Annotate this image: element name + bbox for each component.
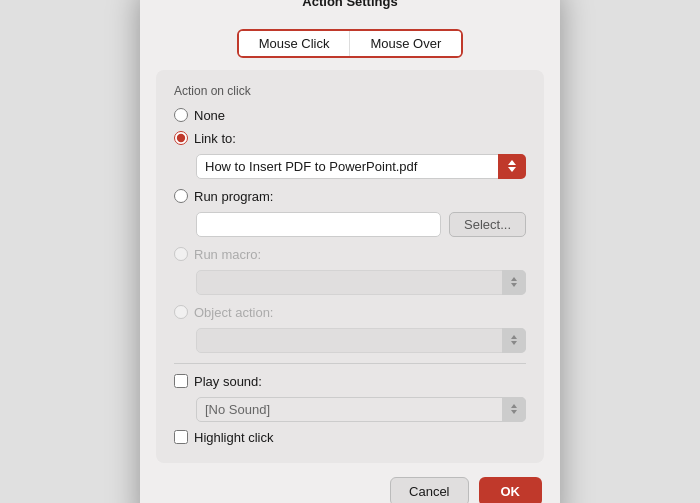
ok-button[interactable]: OK <box>479 477 543 504</box>
sound-dropdown[interactable]: [No Sound] <box>196 397 526 422</box>
object-action-dropdown-wrapper <box>196 328 526 353</box>
highlight-click-row: Highlight click <box>174 430 526 445</box>
run-program-label[interactable]: Run program: <box>194 189 273 204</box>
play-sound-label[interactable]: Play sound: <box>194 374 262 389</box>
play-sound-checkbox[interactable] <box>174 374 188 388</box>
run-macro-row: Run macro: <box>174 247 526 262</box>
run-macro-dropdown-row <box>196 270 526 295</box>
highlight-click-label[interactable]: Highlight click <box>194 430 273 445</box>
bottom-buttons: Cancel OK <box>140 463 560 504</box>
play-sound-row: Play sound: <box>174 374 526 389</box>
select-button[interactable]: Select... <box>449 212 526 237</box>
tabs-container: Mouse Click Mouse Over <box>237 29 464 58</box>
none-radio[interactable] <box>174 108 188 122</box>
link-to-label[interactable]: Link to: <box>194 131 236 146</box>
sound-dropdown-wrapper: [No Sound] <box>196 397 526 422</box>
tab-mouse-over[interactable]: Mouse Over <box>350 31 461 56</box>
link-to-radio[interactable] <box>174 131 188 145</box>
object-action-dropdown-row <box>196 328 526 353</box>
run-macro-dropdown <box>196 270 526 295</box>
object-action-row: Object action: <box>174 305 526 320</box>
link-to-row: Link to: <box>174 131 526 146</box>
run-macro-label: Run macro: <box>194 247 261 262</box>
object-action-label: Object action: <box>194 305 274 320</box>
section-label: Action on click <box>174 84 526 98</box>
none-label[interactable]: None <box>194 108 225 123</box>
run-program-radio[interactable] <box>174 189 188 203</box>
action-settings-dialog: Action Settings Mouse Click Mouse Over A… <box>140 0 560 503</box>
dialog-title: Action Settings <box>140 0 560 17</box>
none-row: None <box>174 108 526 123</box>
link-dropdown-wrapper: How to Insert PDF to PowerPoint.pdf <box>196 154 526 179</box>
run-macro-dropdown-wrapper <box>196 270 526 295</box>
highlight-click-checkbox[interactable] <box>174 430 188 444</box>
object-action-dropdown <box>196 328 526 353</box>
run-program-input-row: Select... <box>196 212 526 237</box>
link-dropdown[interactable]: How to Insert PDF to PowerPoint.pdf <box>196 154 526 179</box>
sound-dropdown-row: [No Sound] <box>196 397 526 422</box>
run-program-row: Run program: <box>174 189 526 204</box>
divider <box>174 363 526 364</box>
run-macro-radio[interactable] <box>174 247 188 261</box>
link-dropdown-container: How to Insert PDF to PowerPoint.pdf <box>196 154 526 179</box>
cancel-button[interactable]: Cancel <box>390 477 468 504</box>
run-program-input[interactable] <box>196 212 441 237</box>
content-area: Action on click None Link to: How to Ins… <box>156 70 544 463</box>
object-action-radio[interactable] <box>174 305 188 319</box>
tab-mouse-click[interactable]: Mouse Click <box>239 31 351 56</box>
